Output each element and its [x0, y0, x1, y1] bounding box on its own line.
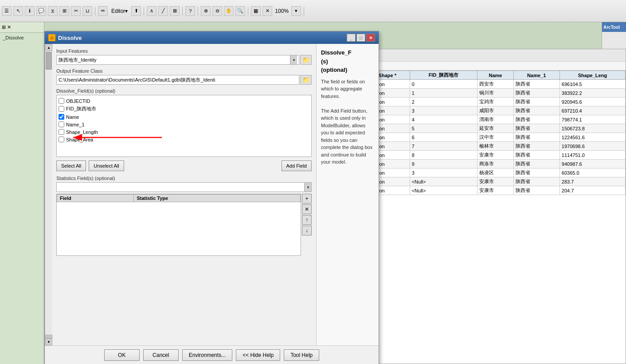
toolbar-icon-cursor[interactable]: ⬆ [131, 6, 141, 16]
checkbox-item-1[interactable]: FID_陕西地市 [59, 105, 309, 113]
toolbar-icon-4[interactable]: ⧖ [48, 6, 58, 16]
table-cell-2-2: 2 [410, 98, 477, 106]
svg-marker-0 [50, 35, 54, 39]
sidebar-tab: ⊞ ✕ [0, 22, 44, 33]
stats-up-btn[interactable]: ↑ [302, 215, 312, 225]
tool-help-button[interactable]: Tool Help [284, 349, 319, 361]
toolbar-icon-identify[interactable]: 🔍 [235, 6, 245, 16]
toolbar-icon-5[interactable]: ⊞ [59, 6, 69, 16]
checkbox-item-4[interactable]: Shape_Length [59, 128, 309, 136]
stats-down-btn[interactable]: ↓ [302, 226, 312, 235]
toolbar-icon-6[interactable]: ✂ [71, 6, 81, 16]
col-shapeleng: Shape_Leng [559, 71, 625, 80]
unselect-all-button[interactable]: Unselect All [89, 160, 124, 171]
stats-table-wrapper[interactable]: Field Statistic Type [56, 194, 301, 256]
checkbox-ShapeLength[interactable] [59, 129, 64, 135]
checkbox-Name1[interactable] [59, 121, 64, 127]
add-field-button[interactable]: Add Field [282, 160, 312, 171]
checkbox-item-5[interactable]: Shape_Area [59, 136, 309, 143]
checkbox-OBJECTID[interactable] [59, 98, 64, 104]
checkbox-label-4: Shape_Length [66, 129, 98, 135]
cancel-button[interactable]: Cancel [143, 349, 179, 361]
checkbox-label-1: FID_陕西地市 [66, 106, 96, 112]
output-feature-input[interactable] [56, 75, 299, 85]
output-feature-row: 📁 [56, 75, 312, 85]
statistics-section: Statistics Field(s) (optional) ▾ Field S… [56, 176, 312, 256]
checkbox-label-2: Name [66, 114, 79, 120]
toolbar-icon-1[interactable]: ☰ [2, 6, 12, 16]
scroll-down-btn[interactable]: ▼ [45, 338, 52, 345]
toolbar-icon-snap[interactable]: ⊠ [170, 6, 180, 16]
dialog-body: ▲ ▼ Input Features 陕西地市_Identity ▾ 📁 [45, 44, 379, 345]
toolbar-icon-select[interactable]: ▦ [251, 6, 261, 16]
table-cell-6-4: 陕西省 [513, 133, 559, 142]
toolbar-icon-clear[interactable]: ✕ [262, 6, 272, 16]
toolbar-icon-pen[interactable]: ∧ [147, 6, 156, 16]
toolbar-icon-zoom[interactable]: ? [185, 6, 195, 16]
stats-arrow[interactable]: ▾ [304, 183, 311, 192]
toolbar-icon-draw[interactable]: ✏ [98, 6, 108, 16]
input-features-arrow[interactable]: ▾ [290, 55, 297, 64]
scroll-divider [45, 335, 52, 338]
table-cell-7-2: 7 [410, 142, 477, 151]
maximize-button[interactable]: □ [356, 34, 365, 42]
dialog-title: Dissolve [58, 35, 82, 41]
dissolve-fields-group: Dissolve_Field(s) (optional) OBJECTIDFID… [56, 88, 312, 157]
output-feature-browse[interactable]: 📁 [300, 75, 312, 85]
table-cell-7-4: 陕西省 [513, 142, 559, 151]
hide-help-button[interactable]: << Hide Help [236, 349, 280, 361]
sidebar-item-dissolve[interactable]: _Dissolve [2, 35, 42, 41]
toolbar-sep-2 [144, 7, 144, 16]
checkbox-FID[interactable] [59, 106, 64, 112]
table-cell-4-2: 4 [410, 115, 477, 124]
input-features-row: 陕西地市_Identity ▾ 📁 [56, 55, 312, 65]
titlebar-controls: _ □ ✕ [347, 34, 375, 42]
input-features-dropdown[interactable]: 陕西地市_Identity ▾ [56, 55, 299, 65]
toolbar-icon-line[interactable]: ╱ [158, 6, 168, 16]
dissolve-dialog: Dissolve _ □ ✕ ▲ ▼ Input Features 陕西地市_I… [44, 31, 379, 364]
stats-dropdown[interactable]: ▾ [56, 182, 312, 192]
checkbox-item-2[interactable]: Name [59, 113, 309, 121]
checkbox-label-5: Shape_Area [66, 137, 93, 142]
select-all-button[interactable]: Select All [56, 160, 86, 171]
toolbar-sep-4 [198, 7, 198, 16]
ok-button[interactable]: OK [104, 349, 140, 361]
input-features-browse[interactable]: 📁 [300, 55, 312, 65]
checkbox-item-3[interactable]: Name_1 [59, 121, 309, 128]
table-cell-0-3: 西安市 [477, 80, 513, 89]
dissolve-fields-list[interactable]: OBJECTIDFID_陕西地市NameName_1Shape_LengthSh… [56, 95, 312, 157]
toolbar-icon-3[interactable]: 💬 [36, 6, 46, 16]
toolbar-icon-map1[interactable]: ⊕ [201, 6, 211, 16]
toolbar-icon-map2[interactable]: ⊖ [212, 6, 222, 16]
table-cell-3-3: 咸阳市 [477, 106, 513, 115]
stats-table-container: Field Statistic Type + ✕ ↑ ↓ [56, 194, 312, 256]
table-cell-12-3: 安康市 [477, 186, 513, 195]
toolbar-icon-info[interactable]: ℹ [25, 6, 35, 16]
checkbox-Name[interactable] [59, 114, 64, 120]
table-cell-10-3: 杨凌区 [477, 168, 513, 177]
stats-add-btn[interactable]: + [302, 194, 312, 204]
table-cell-2-3: 宝鸡市 [477, 98, 513, 106]
checkbox-label-0: OBJECTID [66, 98, 90, 104]
toolbar-icon-7[interactable]: ⊔ [82, 6, 92, 16]
stats-header-row: Field Statistic Type [57, 195, 301, 202]
close-button[interactable]: ✕ [366, 34, 375, 42]
dialog-scrollbar[interactable]: ▲ ▼ [45, 44, 52, 345]
arctoolbox-title: ArcTool [603, 25, 620, 30]
toolbar-icon-2[interactable]: ↖ [13, 6, 23, 16]
editor-dropdown[interactable]: Editor▾ [110, 8, 129, 14]
table-cell-9-2: 9 [410, 160, 477, 168]
checkbox-ShapeArea[interactable] [59, 137, 64, 142]
table-cell-6-5: 1224561.6 [559, 133, 625, 142]
checkbox-item-0[interactable]: OBJECTID [59, 97, 309, 105]
toolbar-icon-hand[interactable]: ✋ [224, 6, 234, 16]
toolbar-icon-zoomlevel[interactable]: ▾ [291, 6, 301, 16]
table-cell-7-5: 1970698.6 [559, 142, 625, 151]
table-cell-4-3: 渭南市 [477, 115, 513, 124]
stats-remove-btn[interactable]: ✕ [302, 204, 312, 214]
table-cell-8-3: 安康市 [477, 151, 513, 160]
environments-button[interactable]: Environments... [182, 349, 232, 361]
minimize-button[interactable]: _ [347, 34, 356, 42]
input-features-value: 陕西地市_Identity [59, 57, 97, 63]
scroll-up-btn[interactable]: ▲ [45, 44, 52, 51]
